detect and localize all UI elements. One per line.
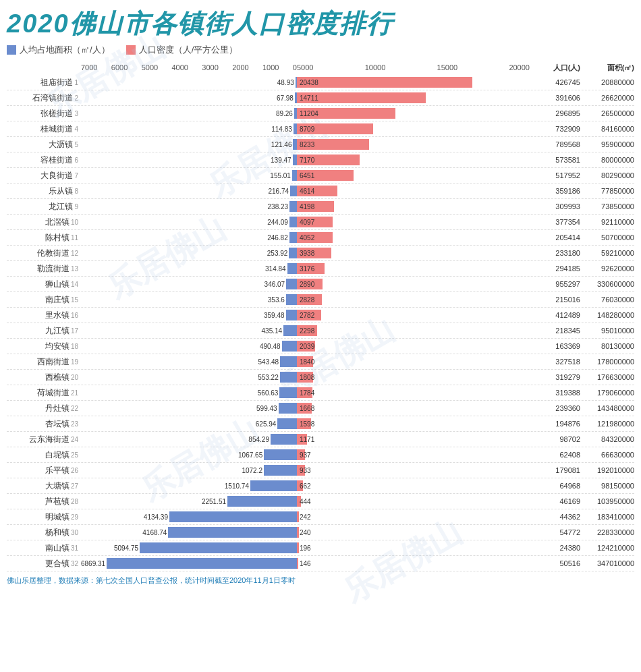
blue-value-label: 246.82 [267,234,288,242]
right-bar-section: 2828 [297,292,530,307]
rank-number: 29 [71,513,78,521]
header-pop: 人口(人) [530,63,580,73]
district-name: 龙江镇 [49,201,73,213]
area-value: 59210000 [580,249,634,257]
left-bar-section: 625.94 [81,416,297,431]
table-row: 白坭镇 25 1067.65 937 62408 66630000 [7,447,634,463]
pink-value-label: 7170 [300,157,314,164]
district-name: 张槎街道 [40,108,73,119]
stats-col: 391606 26620000 [530,94,634,102]
blue-value-label: 625.94 [256,420,277,428]
pink-value-label: 1784 [300,389,314,397]
stats-col: 239360 143480000 [530,404,634,412]
left-bar-section: 560.63 [81,385,297,400]
rank-number: 18 [71,343,78,350]
rank-number: 8 [74,188,78,195]
table-row: 乐平镇 26 1072.2 933 179081 192010000 [7,463,634,478]
population-value: 179081 [530,466,580,474]
stats-col: 327518 178000000 [530,358,634,366]
rank-name: 伦教街道 12 [7,248,81,259]
district-name: 明城镇 [45,511,69,523]
rank-number: 12 [71,250,78,257]
population-value: 239360 [530,404,580,412]
table-row: 九江镇 17 435.14 2298 218345 95010000 [7,323,634,339]
pink-bar: 1840 [297,356,313,367]
district-name: 容桂街道 [40,155,73,166]
stats-col: 412489 148280000 [530,311,634,319]
rank-number: 11 [71,234,78,242]
blue-bar [280,356,297,367]
blue-value-label: 553.22 [258,374,279,381]
legend-pink: 人口密度（人/平方公里） [126,44,238,56]
right-bar-section: 8233 [297,137,530,152]
area-value: 330600000 [580,280,634,288]
chart-container: 7000 6000 5000 4000 3000 2000 1000 0 500… [7,60,634,571]
table-row: 更合镇 32 6869.31 146 50516 347010000 [7,556,634,571]
pink-value-label: 146 [300,560,311,567]
right-bar-section: 1784 [297,385,530,400]
pink-value-label: 4198 [300,203,314,211]
pink-bar: 196 [297,542,299,553]
area-value: 77850000 [580,187,634,195]
district-name: 荷城街道 [37,387,69,399]
blue-value-label: 216.74 [269,188,289,195]
right-bar-section: 8709 [297,121,530,136]
blue-bar [277,418,297,429]
blue-value-label: 121.46 [271,141,292,148]
right-bar-section: 14711 [297,90,530,105]
district-name: 桂城街道 [40,123,73,135]
blue-bar [287,263,297,274]
rank-number: 25 [71,451,78,459]
blue-value-label: 89.26 [276,110,293,117]
blue-value-label: 435.14 [262,327,283,335]
legend-blue-box [7,45,16,55]
district-name: 祖庙街道 [40,77,73,88]
rank-name: 狮山镇 14 [7,279,81,290]
rank-name: 白坭镇 25 [7,449,81,461]
stats-col: 44362 183410000 [530,513,634,521]
rank-number: 6 [74,157,78,164]
stats-col: 517952 80290000 [530,171,634,179]
left-bar-section: 155.01 [81,168,297,183]
population-value: 732909 [530,125,580,133]
table-row: 杨和镇 30 4168.74 240 54772 228330000 [7,525,634,540]
area-value: 92620000 [580,264,634,273]
blue-bar [279,387,297,398]
district-name: 均安镇 [45,341,69,352]
area-value: 176630000 [580,373,634,381]
district-name: 芦苞镇 [45,496,69,507]
rank-name: 南山镇 31 [7,542,81,554]
pink-value-label: 1808 [300,374,314,381]
pink-value-label: 11204 [300,110,318,117]
rank-name: 祖庙街道 1 [7,77,81,88]
rank-number: 9 [74,203,78,211]
left-bar-section: 89.26 [81,106,297,121]
right-bar-section: 1598 [297,416,530,431]
area-value: 73850000 [580,202,634,211]
table-row: 杏坛镇 23 625.94 1598 194876 121980000 [7,416,634,432]
pink-value-label: 4097 [300,219,314,226]
area-value: 143480000 [580,404,634,412]
left-bar-section: 5094.75 [81,540,297,555]
rank-number: 32 [71,560,78,567]
area-value: 192010000 [580,466,634,474]
table-row: 桂城街道 4 114.83 8709 732909 84160000 [7,121,634,137]
left-bar-section: 314.84 [81,261,297,276]
right-bar-section: 11204 [297,106,530,121]
rank-number: 2 [74,94,78,102]
population-value: 54772 [530,528,580,536]
right-bar-section: 196 [297,540,530,555]
pink-value-label: 2039 [300,343,314,350]
right-bar-section: 4614 [297,184,530,198]
blue-value-label: 114.83 [271,125,292,133]
pink-value-label: 8709 [300,125,314,133]
left-bar-section: 67.98 [81,90,297,105]
right-bar-section: 242 [297,509,530,524]
population-value: 218345 [530,327,580,335]
rank-name: 乐从镇 8 [7,186,81,197]
area-value: 183410000 [580,513,634,521]
blue-bar [280,372,297,383]
pink-bar: 2890 [297,279,323,289]
pink-bar: 4097 [297,217,333,227]
blue-bar [107,558,297,569]
